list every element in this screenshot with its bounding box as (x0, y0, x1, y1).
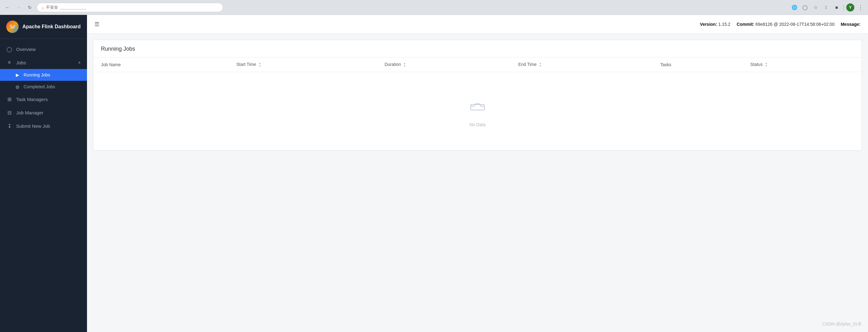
sidebar-navigation: ◯ Overview ≡ Jobs ∧ ▶ Running Jobs ◍ Com… (0, 39, 87, 332)
sidebar-task-managers-label: Task Managers (16, 97, 81, 102)
user-avatar[interactable]: Y (846, 3, 854, 11)
col-tasks: Tasks (655, 58, 745, 72)
version-value: 1.15.2 (718, 22, 731, 27)
sidebar-item-task-managers[interactable]: ⊞ Task Managers (0, 93, 87, 106)
sidebar-jobs-label: Jobs (16, 60, 74, 65)
panel-header: Running Jobs (94, 40, 862, 58)
sidebar-item-overview[interactable]: ◯ Overview (0, 42, 87, 56)
col-end-time-label: End Time (518, 62, 536, 67)
commit-value: 69e8126 @ 2022-08-17T14:58:06+02:00 (755, 22, 834, 27)
commit-info: Commit: 69e8126 @ 2022-08-17T14:58:06+02… (737, 22, 834, 27)
overview-icon: ◯ (6, 46, 12, 52)
col-status[interactable]: Status ▲ ▼ (745, 58, 862, 72)
table-header: Job Name Start Time ▲ ▼ Duration (94, 58, 862, 72)
version-info: Version: 1.15.2 (700, 22, 731, 27)
sidebar-item-submit-new-job[interactable]: ↧ Submit New Job (0, 119, 87, 133)
table-body: No Data (94, 72, 862, 150)
col-start-time[interactable]: Start Time ▲ ▼ (231, 58, 380, 72)
job-manager-icon: ⊟ (6, 110, 12, 116)
menu-dots-icon[interactable]: ⋮ (856, 3, 865, 12)
sidebar-logo-text: Apache Flink Dashboard (22, 24, 81, 30)
col-end-time[interactable]: End Time ▲ ▼ (513, 58, 655, 72)
sidebar-logo: 🐿 Apache Flink Dashboard (0, 15, 87, 39)
sidebar-item-completed-jobs[interactable]: ◍ Completed Jobs (0, 81, 87, 93)
completed-jobs-icon: ◍ (15, 84, 20, 89)
running-jobs-label: Running Jobs (24, 72, 50, 78)
sidebar-submit-job-label: Submit New Job (16, 123, 81, 129)
jobs-table: Job Name Start Time ▲ ▼ Duration (94, 58, 862, 150)
task-managers-icon: ⊞ (6, 96, 12, 102)
completed-jobs-label: Completed Jobs (24, 84, 55, 89)
sidebar-item-jobs[interactable]: ≡ Jobs ∧ (0, 56, 87, 69)
jobs-submenu: ▶ Running Jobs ◍ Completed Jobs (0, 69, 87, 93)
no-data-cell: No Data (94, 72, 862, 150)
table-header-row: Job Name Start Time ▲ ▼ Duration (94, 58, 862, 72)
main-content: ☰ Version: 1.15.2 Commit: 69e8126 @ 2022… (87, 15, 868, 332)
svg-rect-0 (471, 104, 484, 110)
jobs-chevron-icon: ∧ (78, 60, 81, 65)
app-container: 🐿 Apache Flink Dashboard ◯ Overview ≡ Jo… (0, 15, 868, 332)
inbox-tray-svg (469, 95, 486, 112)
version-label: Version: (700, 22, 717, 27)
security-label: 不安全 (46, 5, 58, 10)
no-data-icon (105, 95, 850, 118)
message-info: Message: (841, 22, 861, 27)
url-text: ⎯⎯⎯⎯⎯⎯⎯⎯⎯⎯⎯⎯ (60, 5, 86, 10)
top-bar-info: Version: 1.15.2 Commit: 69e8126 @ 2022-0… (700, 22, 861, 27)
start-time-sort-icon: ▲ ▼ (258, 62, 261, 67)
puzzle-icon[interactable]: ■ (832, 3, 841, 12)
no-data-row: No Data (94, 72, 862, 150)
top-bar: ☰ Version: 1.15.2 Commit: 69e8126 @ 2022… (87, 15, 868, 34)
sidebar-item-running-jobs[interactable]: ▶ Running Jobs (0, 69, 87, 81)
extension-icon[interactable]: 🩯 (822, 3, 830, 12)
jobs-icon: ≡ (6, 60, 12, 65)
content-area: Running Jobs Job Name Start Time ▲ (87, 34, 868, 332)
translate-icon[interactable]: 🌐 (790, 3, 799, 12)
col-tasks-label: Tasks (660, 62, 671, 67)
end-time-sort-icon: ▲ ▼ (539, 62, 541, 67)
col-job-name[interactable]: Job Name (94, 58, 231, 72)
commit-label: Commit: (737, 22, 754, 27)
message-label: Message: (841, 22, 861, 27)
hamburger-menu-icon[interactable]: ☰ (94, 21, 99, 28)
toolbar-divider (843, 4, 844, 10)
flink-logo-icon: 🐿 (6, 21, 19, 33)
back-button[interactable]: ← (3, 3, 12, 12)
history-icon[interactable]: ◯ (801, 3, 809, 12)
submit-job-icon: ↧ (6, 123, 12, 129)
status-sort-icon: ▲ ▼ (765, 62, 768, 67)
col-start-time-label: Start Time (237, 62, 256, 67)
sidebar: 🐿 Apache Flink Dashboard ◯ Overview ≡ Jo… (0, 15, 87, 332)
col-job-name-label: Job Name (101, 62, 121, 67)
duration-sort-icon: ▲ ▼ (403, 62, 406, 67)
col-status-label: Status (750, 62, 763, 67)
no-data-text: No Data (105, 122, 850, 127)
running-jobs-panel: Running Jobs Job Name Start Time ▲ (93, 40, 862, 151)
forward-button[interactable]: → (14, 3, 23, 12)
address-bar[interactable]: △ 不安全 ⎯⎯⎯⎯⎯⎯⎯⎯⎯⎯⎯⎯ (37, 3, 223, 12)
no-data-container: No Data (98, 77, 857, 146)
reload-button[interactable]: ↻ (26, 3, 34, 12)
col-duration[interactable]: Duration ▲ ▼ (380, 58, 514, 72)
browser-toolbar: 🌐 ◯ ☆ 🩯 ■ Y ⋮ (790, 3, 865, 12)
browser-chrome: ← → ↻ △ 不安全 ⎯⎯⎯⎯⎯⎯⎯⎯⎯⎯⎯⎯ 🌐 ◯ ☆ 🩯 ■ Y ⋮ (0, 0, 868, 15)
running-jobs-icon: ▶ (15, 72, 20, 78)
sidebar-job-manager-label: Job Manager (16, 110, 81, 115)
col-duration-label: Duration (384, 62, 401, 67)
sidebar-item-job-manager[interactable]: ⊟ Job Manager (0, 106, 87, 119)
sidebar-overview-label: Overview (16, 47, 81, 52)
bookmark-icon[interactable]: ☆ (811, 3, 820, 12)
security-warning-icon: △ (41, 5, 44, 10)
panel-title: Running Jobs (101, 46, 854, 52)
